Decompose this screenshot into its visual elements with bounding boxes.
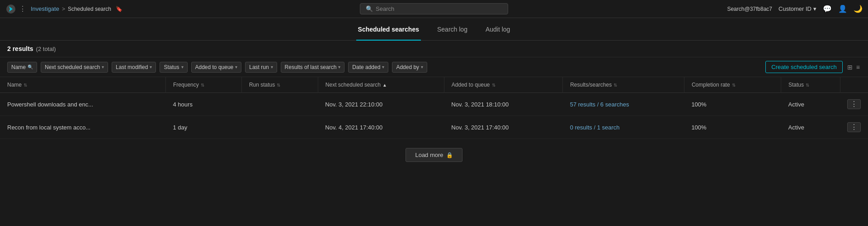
- sort-asc-icon: ▲: [382, 83, 387, 88]
- col-header-next-scheduled[interactable]: Next scheduled search ▲: [318, 77, 444, 93]
- bookmark-icon[interactable]: 🔖: [116, 6, 123, 12]
- sort-icon: ⇅: [492, 83, 495, 88]
- cell-name: Recon from local system acco...: [0, 116, 166, 139]
- cell-results-searches: 0 results / 1 search: [563, 116, 684, 139]
- sort-icon: ⇅: [613, 83, 617, 88]
- sort-icon: ⇅: [806, 83, 809, 88]
- chevron-down-icon: ▾: [102, 65, 104, 69]
- breadcrumb-current: Scheduled search: [68, 6, 111, 12]
- cell-results-searches: 57 results / 6 searches: [563, 93, 684, 116]
- search-mini-icon: 🔍: [28, 65, 33, 69]
- results-link[interactable]: 57 results / 6 searches: [570, 101, 629, 108]
- breadcrumb-separator: >: [62, 6, 65, 12]
- moon-icon[interactable]: 🌙: [854, 5, 863, 13]
- col-header-results-searches[interactable]: Results/searches ⇅: [563, 77, 684, 93]
- search-icon: 🔍: [366, 5, 373, 12]
- tab-scheduled-searches[interactable]: Scheduled searches: [356, 18, 421, 41]
- chevron-down-icon: ▾: [181, 65, 184, 69]
- filter-chip-added-by[interactable]: Added by ▾: [392, 62, 427, 73]
- cell-completion-rate: 100%: [684, 93, 781, 116]
- chevron-down-icon: ▾: [382, 65, 384, 69]
- sort-icon: ⇅: [277, 83, 280, 88]
- top-navigation: ⋮ Investigate > Scheduled search 🔖 🔍 Sea…: [0, 0, 868, 18]
- cell-next-scheduled: Nov. 4, 2021 17:40:00: [318, 116, 444, 139]
- table-row: Powershell downloads and enc... 4 hours …: [0, 93, 868, 116]
- customer-id-selector[interactable]: Customer ID ▾: [778, 5, 816, 12]
- col-header-run-status[interactable]: Run status ⇅: [241, 77, 318, 93]
- nav-menu-icon[interactable]: ⋮: [19, 5, 26, 13]
- col-header-actions: [840, 77, 868, 93]
- filter-chip-date-added[interactable]: Date added ▾: [348, 62, 388, 73]
- sort-icon: ⇅: [24, 83, 27, 88]
- cell-added-to-queue: Nov. 3, 2021 17:40:00: [444, 116, 562, 139]
- cell-run-status: [241, 93, 318, 116]
- col-header-completion-rate[interactable]: Completion rate ⇅: [684, 77, 781, 93]
- sort-icon: ⇅: [732, 83, 736, 88]
- create-scheduled-search-button[interactable]: Create scheduled search: [765, 61, 843, 73]
- breadcrumb-parent[interactable]: Investigate: [31, 5, 59, 12]
- breadcrumb: Investigate > Scheduled search 🔖: [31, 5, 123, 12]
- lock-icon: 🔒: [446, 152, 453, 158]
- search-bar-container: 🔍 Search: [360, 3, 508, 14]
- filter-chip-status[interactable]: Status ▾: [160, 62, 187, 73]
- chevron-down-icon: ▾: [150, 65, 152, 69]
- messages-icon[interactable]: 💬: [823, 5, 832, 13]
- user-icon[interactable]: 👤: [838, 5, 847, 13]
- nav-username: Search@37fb8ac7: [727, 6, 772, 12]
- view-icons: ⊞ ≡: [846, 63, 861, 72]
- cell-frequency: 4 hours: [166, 93, 242, 116]
- list-view-icon[interactable]: ≡: [855, 63, 861, 72]
- cell-name: Powershell downloads and enc...: [0, 93, 166, 116]
- nav-left: ⋮ Investigate > Scheduled search 🔖: [5, 4, 123, 14]
- tab-audit-log[interactable]: Audit log: [484, 18, 512, 41]
- results-count: 2 results: [7, 45, 33, 52]
- filter-chip-name[interactable]: Name 🔍: [7, 62, 37, 73]
- scheduled-searches-table: Name ⇅ Frequency ⇅ Run status ⇅: [0, 77, 868, 139]
- search-bar-label: Search: [376, 5, 394, 12]
- cell-next-scheduled: Nov. 3, 2021 22:10:00: [318, 93, 444, 116]
- results-header: 2 results (2 total): [0, 41, 868, 57]
- filter-chip-last-run[interactable]: Last run ▾: [245, 62, 277, 73]
- col-header-added-to-queue[interactable]: Added to queue ⇅: [444, 77, 562, 93]
- results-total: (2 total): [36, 46, 56, 52]
- row-actions-menu-button[interactable]: ⋮: [847, 99, 861, 109]
- chevron-down-icon: ▾: [338, 65, 340, 69]
- sort-icon: ⇅: [201, 83, 204, 88]
- filter-chip-results-of-last-search[interactable]: Results of last search ▾: [281, 62, 345, 73]
- cell-actions: ⋮: [840, 93, 868, 116]
- cell-status: Active: [781, 93, 840, 116]
- col-header-frequency[interactable]: Frequency ⇅: [166, 77, 242, 93]
- nav-right: Search@37fb8ac7 Customer ID ▾ 💬 👤 🌙: [727, 5, 863, 13]
- load-more-section: Load more 🔒: [0, 139, 868, 171]
- chevron-down-icon: ▾: [271, 65, 273, 69]
- chevron-down-icon: ▾: [421, 65, 423, 69]
- load-more-button[interactable]: Load more 🔒: [406, 148, 462, 162]
- cell-added-to-queue: Nov. 3, 2021 18:10:00: [444, 93, 562, 116]
- filter-bar-right: Create scheduled search ⊞ ≡: [765, 61, 861, 73]
- table-header-row: Name ⇅ Frequency ⇅ Run status ⇅: [0, 77, 868, 93]
- cell-frequency: 1 day: [166, 116, 242, 139]
- col-header-status[interactable]: Status ⇅: [781, 77, 840, 93]
- filter-chip-next-scheduled-search[interactable]: Next scheduled search ▾: [41, 62, 108, 73]
- col-header-name[interactable]: Name ⇅: [0, 77, 166, 93]
- filter-bar: Name 🔍 Next scheduled search ▾ Last modi…: [0, 57, 868, 77]
- table-row: Recon from local system acco... 1 day No…: [0, 116, 868, 139]
- tab-search-log[interactable]: Search log: [435, 18, 469, 41]
- cell-completion-rate: 100%: [684, 116, 781, 139]
- chevron-down-icon: ▾: [235, 65, 237, 69]
- search-bar[interactable]: 🔍 Search: [360, 3, 508, 14]
- falcon-logo: [5, 4, 16, 14]
- cell-actions: ⋮: [840, 116, 868, 139]
- cell-run-status: [241, 116, 318, 139]
- load-more-label: Load more: [415, 152, 443, 158]
- tabs-bar: Scheduled searches Search log Audit log: [0, 18, 868, 41]
- filter-chip-last-modified[interactable]: Last modified ▾: [112, 62, 156, 73]
- row-actions-menu-button[interactable]: ⋮: [847, 122, 861, 132]
- columns-view-icon[interactable]: ⊞: [846, 63, 854, 72]
- filter-chip-added-to-queue[interactable]: Added to queue ▾: [191, 62, 242, 73]
- results-link[interactable]: 0 results / 1 search: [570, 124, 620, 131]
- cell-status: Active: [781, 116, 840, 139]
